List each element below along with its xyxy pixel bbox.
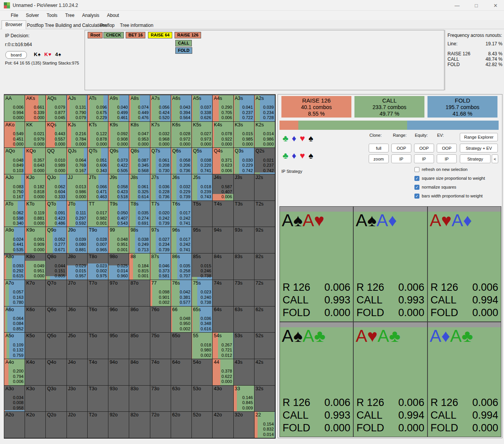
matrix-cell-AA[interactable]: 0.0060.9940.000AA <box>4 95 25 122</box>
tab-tree-information[interactable]: Tree information <box>116 21 157 29</box>
combo-card-Aspade-Adiamond[interactable]: A♠A♦R 1260.006CALL0.993FOLD0.000 <box>354 207 427 321</box>
matrix-cell-J9o[interactable]: 0.0390.0800.881J9o <box>67 227 88 253</box>
range-ip-button[interactable]: IP <box>391 154 411 163</box>
tree-node-root[interactable]: Root <box>88 32 103 38</box>
matrix-cell-99[interactable]: 0.0480.9510.00199 <box>108 227 129 253</box>
close-button[interactable]: ✕ <box>490 3 501 8</box>
combo-card-Aheart-Adiamond[interactable]: A♥A♦R 1260.006CALL0.994FOLD0.000 <box>428 207 501 321</box>
matrix-cell-83s[interactable]: 83s <box>234 253 254 280</box>
matrix-cell-T6o[interactable]: T6o <box>88 306 108 333</box>
matrix-cell-92s[interactable]: 92s <box>254 227 275 253</box>
matrix-cell-K3s[interactable]: 0.0150.9850.000K3s <box>234 122 254 148</box>
matrix-cell-QTs[interactable]: 0.0510.6060.343QTs <box>88 148 108 174</box>
ev-oop-button[interactable]: OOP <box>437 144 457 152</box>
matrix-cell-T7s[interactable]: 0.0200.2420.739T7s <box>150 201 171 227</box>
combo-card-Aheart-Aclub[interactable]: A♥A♣R 1260.006CALL0.994FOLD0.000 <box>354 322 427 437</box>
matrix-cell-T5o[interactable]: T5o <box>88 333 108 359</box>
matrix-cell-K7s[interactable]: 0.0320.9680.000K7s <box>150 122 171 148</box>
matrix-cell-93s[interactable]: 93s <box>234 227 254 253</box>
matrix-cell-AKo[interactable]: 0.5490.4510.000AKo <box>4 122 25 148</box>
matrix-cell-62o[interactable]: 62o <box>171 412 192 438</box>
strategy-ev-button[interactable]: Strategy + EV <box>460 144 498 152</box>
matrix-cell-Q3o[interactable]: Q3o <box>46 386 67 412</box>
matrix-cell-T7o[interactable]: T7o <box>88 280 108 306</box>
matrix-cell-Q9s[interactable]: 0.0730.4220.505Q9s <box>108 148 129 174</box>
matrix-cell-94s[interactable]: 94s <box>213 227 233 253</box>
matrix-cell-Q5o[interactable]: Q5o <box>46 333 67 359</box>
heart-icon[interactable]: ♥ <box>300 134 305 143</box>
matrix-cell-A6s[interactable]: 0.0430.3940.564A6s <box>171 95 192 122</box>
matrix-cell-T4s[interactable]: T4s <box>213 201 233 227</box>
matrix-cell-K2o[interactable]: K2o <box>25 412 46 438</box>
matrix-cell-T3s[interactable]: T3s <box>234 201 254 227</box>
matrix-cell-KK[interactable]: 0.0210.9790.000KK <box>25 122 46 148</box>
matrix-cell-Q3s[interactable]: 0.0300.2290.742Q3s <box>234 148 254 174</box>
clone-full-button[interactable]: full <box>369 144 389 152</box>
matrix-cell-K5s[interactable]: 0.0270.9730.000K5s <box>192 122 213 148</box>
matrix-cell-52s[interactable]: 52s <box>254 333 275 359</box>
matrix-cell-54s[interactable]: 0.2670.7210.01254s <box>213 333 233 359</box>
matrix-cell-33[interactable]: 0.1460.8450.00933 <box>234 386 254 412</box>
matrix-cell-A2s[interactable]: 0.0390.2340.728A2s <box>254 95 275 122</box>
matrix-cell-T4o[interactable]: T4o <box>88 359 108 386</box>
matrix-cell-J3o[interactable]: J3o <box>67 386 88 412</box>
matrix-cell-K2s[interactable]: 0.0140.9860.000K2s <box>254 122 275 148</box>
matrix-cell-ATs[interactable]: 0.0960.6750.229ATs <box>88 95 108 122</box>
matrix-cell-K6o[interactable]: K6o <box>25 306 46 333</box>
fold-summary-box[interactable]: FOLD 195.7 combos 41.68 % <box>427 96 497 118</box>
collapse-button[interactable]: < <box>492 154 498 163</box>
matrix-cell-J7s[interactable]: 0.0360.2280.736J7s <box>150 174 171 201</box>
matrix-cell-A4s[interactable]: 0.2900.7050.006A4s <box>213 95 233 122</box>
matrix-cell-J5o[interactable]: J5o <box>67 333 88 359</box>
matrix-cell-T2s[interactable]: T2s <box>254 201 275 227</box>
matrix-cell-97s[interactable]: 0.0270.2340.73997s <box>150 227 171 253</box>
matrix-cell-95s[interactable]: 95s <box>192 227 213 253</box>
matrix-cell-72s[interactable]: 72s <box>254 280 275 306</box>
matrix-cell-KTo[interactable]: 0.1190.8810.000KTo <box>25 201 46 227</box>
raise-summary-box[interactable]: RAISE 126 40.1 combos 8.55 % <box>281 96 351 118</box>
matrix-cell-KJs[interactable]: 0.2160.7840.000KJs <box>67 122 88 148</box>
matrix-cell-K9o[interactable]: 0.0910.9090.000K9o <box>25 227 46 253</box>
matrix-cell-AJo[interactable]: 0.0830.7500.167AJo <box>4 174 25 201</box>
matrix-cell-73o[interactable]: 73o <box>150 386 171 412</box>
matrix-cell-J2s[interactable]: J2s <box>254 174 275 201</box>
matrix-cell-Q2o[interactable]: Q2o <box>46 412 67 438</box>
checkbox-box[interactable]: ✓ <box>414 176 419 181</box>
matrix-cell-J8o[interactable]: 0.0290.0150.957J8o <box>67 253 88 280</box>
matrix-cell-QJs[interactable]: 0.0640.7690.167QJs <box>67 148 88 174</box>
matrix-cell-T5s[interactable]: T5s <box>192 201 213 227</box>
matrix-cell-A8s[interactable]: 0.0740.4490.476A8s <box>129 95 150 122</box>
matrix-cell-QQ[interactable]: 0.0100.9890.000QQ <box>46 148 67 174</box>
matrix-cell-A9s[interactable]: 0.0400.4990.461A9s <box>108 95 129 122</box>
tree-node-bet-16[interactable]: BET 16 <box>126 32 145 38</box>
combo-card-Adiamond-Aclub[interactable]: A♦A♣R 1260.006CALL0.994FOLD0.000 <box>428 322 501 437</box>
matrix-cell-64o[interactable]: 64o <box>171 359 192 386</box>
matrix-cell-Q8s[interactable]: 0.0870.3450.568Q8s <box>129 148 150 174</box>
matrix-cell-93o[interactable]: 93o <box>108 386 129 412</box>
matrix-cell-J4o[interactable]: J4o <box>67 359 88 386</box>
matrix-cell-KTs[interactable]: 0.1220.8780.000KTs <box>88 122 108 148</box>
menu-analysis[interactable]: Analysis <box>78 12 103 19</box>
matrix-cell-82s[interactable]: 82s <box>254 253 275 280</box>
matrix-cell-T6s[interactable]: 0.0170.2420.741T6s <box>171 201 192 227</box>
checkbox-normalize-squares[interactable]: ✓normalize squares <box>414 184 485 190</box>
checkbox-square-size-proportional-to-weight[interactable]: ✓square size proportional to weight <box>414 176 485 181</box>
matrix-cell-52o[interactable]: 52o <box>192 412 213 438</box>
matrix-cell-82o[interactable]: 82o <box>129 412 150 438</box>
matrix-cell-AQs[interactable]: 0.0790.8770.045AQs <box>46 95 67 122</box>
matrix-cell-Q6o[interactable]: Q6o <box>46 306 67 333</box>
matrix-cell-94o[interactable]: 94o <box>108 359 129 386</box>
matrix-cell-88[interactable]: 0.1840.8150.00188 <box>129 253 150 280</box>
matrix-cell-63s[interactable]: 63s <box>234 306 254 333</box>
minimize-button[interactable]: — <box>452 3 462 8</box>
matrix-cell-JTs[interactable]: 0.0660.4710.463JTs <box>88 174 108 201</box>
matrix-cell-Q7s[interactable]: 0.0610.2080.730Q7s <box>150 148 171 174</box>
matrix-cell-T9o[interactable]: 0.0280.0070.965T9o <box>88 227 108 253</box>
matrix-cell-K8o[interactable]: 0.0490.9510.000K8o <box>25 253 46 280</box>
tree-node-call[interactable]: CALL <box>175 40 192 46</box>
clone-zoom-button[interactable]: zoom <box>369 154 389 163</box>
matrix-cell-32o[interactable]: 32o <box>234 412 254 438</box>
menu-about[interactable]: About <box>103 12 123 19</box>
matrix-cell-A3s[interactable]: 0.0410.2370.722A3s <box>234 95 254 122</box>
checkbox-refresh-on-new-selection[interactable]: refresh on new selection <box>414 167 485 172</box>
